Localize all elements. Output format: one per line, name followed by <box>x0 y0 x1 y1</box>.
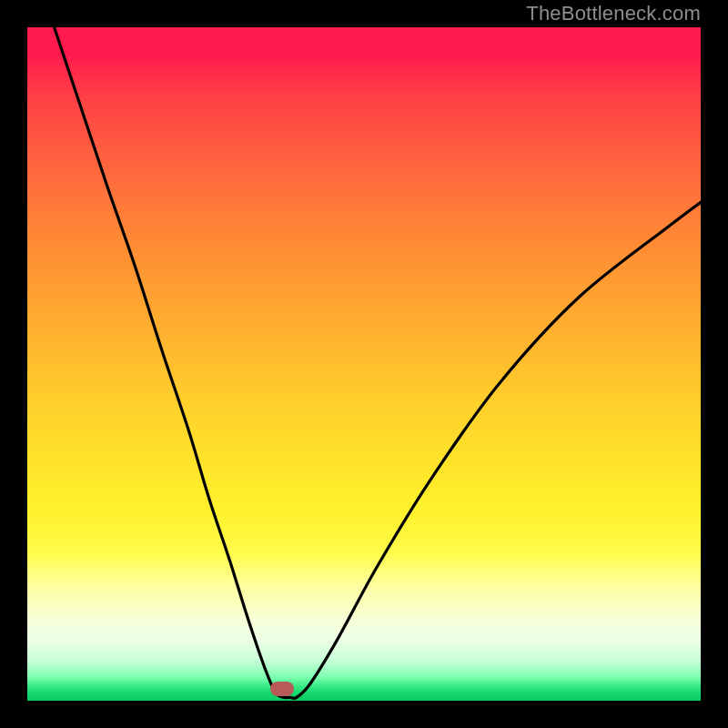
plot-area <box>27 27 701 701</box>
bottleneck-curve <box>27 27 701 701</box>
optimal-point-marker <box>270 682 294 696</box>
chart-frame: TheBottleneck.com <box>0 0 728 728</box>
watermark-text: TheBottleneck.com <box>526 2 701 25</box>
